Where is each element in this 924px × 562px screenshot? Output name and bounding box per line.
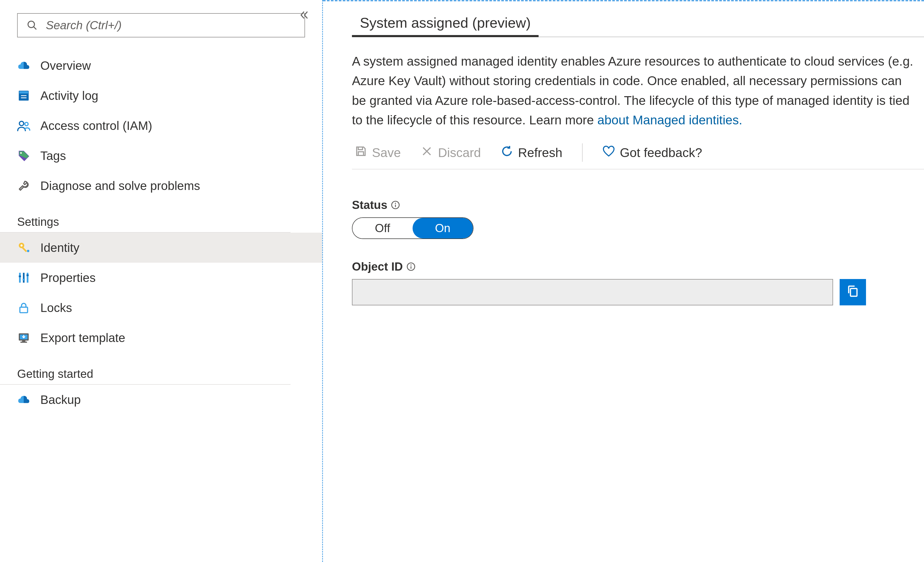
status-label-row: Status <box>352 198 924 211</box>
cloud-icon <box>17 393 30 406</box>
sidebar-item-activity-log[interactable]: Activity log <box>0 81 322 111</box>
sidebar-item-overview[interactable]: Overview <box>0 51 322 81</box>
sidebar-item-access-control-iam[interactable]: Access control (IAM) <box>0 111 322 141</box>
app-root: OverviewActivity logAccess control (IAM)… <box>0 0 924 562</box>
sidebar-item-label: Activity log <box>40 88 98 103</box>
toolbar: Save Discard Refresh Got feedback? <box>352 143 924 169</box>
sidebar-item-label: Diagnose and solve problems <box>40 178 200 193</box>
lock-icon <box>17 301 30 314</box>
search-icon <box>26 19 39 32</box>
info-icon[interactable] <box>406 262 416 272</box>
info-icon[interactable] <box>390 200 400 210</box>
sidebar: OverviewActivity logAccess control (IAM)… <box>0 0 323 562</box>
status-off-option[interactable]: Off <box>352 218 412 238</box>
copy-icon <box>846 284 860 301</box>
save-label: Save <box>372 145 401 160</box>
sidebar-item-label: Tags <box>40 148 66 163</box>
sidebar-scroll[interactable]: OverviewActivity logAccess control (IAM)… <box>0 51 322 552</box>
refresh-icon <box>501 145 513 160</box>
toolbar-divider <box>582 143 583 162</box>
search-input[interactable] <box>45 18 297 32</box>
tabs: System assigned (preview) <box>352 12 924 37</box>
key-icon <box>17 241 30 254</box>
sidebar-item-tags[interactable]: Tags <box>0 141 322 171</box>
sidebar-item-locks[interactable]: Locks <box>0 293 322 323</box>
feedback-label: Got feedback? <box>620 145 702 160</box>
sidebar-item-label: Backup <box>40 393 81 407</box>
sidebar-group-getting-started: Getting started <box>0 353 291 385</box>
tab-system-assigned-preview[interactable]: System assigned (preview) <box>352 12 538 37</box>
sidebar-item-identity[interactable]: Identity <box>0 233 322 263</box>
sidebar-item-label: Access control (IAM) <box>40 118 152 133</box>
main-pane: System assigned (preview) A system assig… <box>323 0 924 562</box>
identity-description: A system assigned managed identity enabl… <box>352 52 919 130</box>
sidebar-group-settings: Settings <box>0 201 291 233</box>
status-on-option[interactable]: On <box>412 218 473 238</box>
objectid-label-row: Object ID <box>352 260 924 273</box>
people-icon <box>17 119 30 132</box>
heart-icon <box>602 145 615 160</box>
sidebar-item-label: Export template <box>40 331 125 345</box>
save-icon <box>355 145 367 160</box>
sidebar-item-label: Properties <box>40 271 96 285</box>
refresh-label: Refresh <box>518 145 562 160</box>
discard-icon <box>420 145 433 160</box>
wrench-icon <box>17 179 30 192</box>
sliders-icon <box>17 271 30 284</box>
search-box[interactable] <box>17 13 305 37</box>
sidebar-item-export-template[interactable]: Export template <box>0 323 322 353</box>
save-button[interactable]: Save <box>352 143 404 162</box>
feedback-button[interactable]: Got feedback? <box>600 143 705 162</box>
copy-button[interactable] <box>840 279 866 306</box>
cloud-icon <box>17 59 30 72</box>
sidebar-item-label: Identity <box>40 241 80 255</box>
discard-button[interactable]: Discard <box>418 143 483 162</box>
objectid-label: Object ID <box>352 260 403 273</box>
status-toggle[interactable]: Off On <box>352 217 474 239</box>
log-icon <box>17 89 30 102</box>
collapse-sidebar-button[interactable] <box>298 9 310 24</box>
status-label: Status <box>352 198 387 211</box>
download-icon <box>17 331 30 345</box>
refresh-button[interactable]: Refresh <box>498 143 565 162</box>
sidebar-item-label: Locks <box>40 301 72 315</box>
sidebar-item-diagnose-and-solve-problems[interactable]: Diagnose and solve problems <box>0 171 322 201</box>
tag-icon <box>17 149 30 162</box>
objectid-field[interactable] <box>352 279 833 306</box>
learn-more-link[interactable]: about Managed identities. <box>597 113 742 127</box>
sidebar-item-properties[interactable]: Properties <box>0 263 322 293</box>
sidebar-item-backup[interactable]: Backup <box>0 385 322 415</box>
discard-label: Discard <box>438 145 481 160</box>
sidebar-item-label: Overview <box>40 58 91 73</box>
